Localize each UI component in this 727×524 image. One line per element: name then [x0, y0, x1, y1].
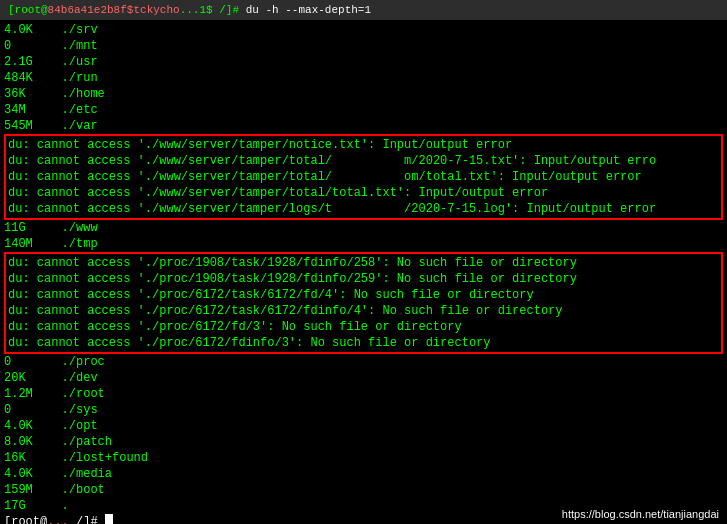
title-bar: [root@84b6a41e2b8f$tckycho...1$ /]# du -…	[0, 0, 727, 20]
error-line-1: du: cannot access './www/server/tamper/n…	[8, 137, 719, 153]
line-srv: 4.0K ./srv	[4, 22, 723, 38]
error-box-1: du: cannot access './www/server/tamper/n…	[4, 134, 723, 220]
line-media: 4.0K ./media	[4, 466, 723, 482]
line-run: 484K ./run	[4, 70, 723, 86]
watermark: https://blog.csdn.net/tianjiangdai	[562, 508, 719, 520]
line-opt: 4.0K ./opt	[4, 418, 723, 434]
line-dev: 20K ./dev	[4, 370, 723, 386]
error2-line-5: du: cannot access './proc/6172/fd/3': No…	[8, 319, 719, 335]
line-patch: 8.0K ./patch	[4, 434, 723, 450]
terminal-content: 4.0K ./srv 0 ./mnt 2.1G ./usr 484K ./run…	[0, 20, 727, 524]
line-usr: 2.1G ./usr	[4, 54, 723, 70]
error2-line-4: du: cannot access './proc/6172/task/6172…	[8, 303, 719, 319]
line-etc: 34M ./etc	[4, 102, 723, 118]
error-line-2: du: cannot access './www/server/tamper/t…	[8, 153, 719, 169]
error2-line-2: du: cannot access './proc/1908/task/1928…	[8, 271, 719, 287]
line-mnt: 0 ./mnt	[4, 38, 723, 54]
error-box-2: du: cannot access './proc/1908/task/1928…	[4, 252, 723, 354]
terminal: [root@84b6a41e2b8f$tckycho...1$ /]# du -…	[0, 0, 727, 524]
title-text: [root@84b6a41e2b8f$tckycho...1$ /]# du -…	[8, 4, 371, 16]
line-www: 11G ./www	[4, 220, 723, 236]
cursor	[105, 514, 113, 524]
error-line-4: du: cannot access './www/server/tamper/t…	[8, 185, 719, 201]
error-line-5: du: cannot access './www/server/tamper/l…	[8, 201, 719, 217]
line-home: 36K ./home	[4, 86, 723, 102]
line-lost: 16K ./lost+found	[4, 450, 723, 466]
line-var: 545M ./var	[4, 118, 723, 134]
error2-line-1: du: cannot access './proc/1908/task/1928…	[8, 255, 719, 271]
line-tmp: 140M ./tmp	[4, 236, 723, 252]
line-sys: 0 ./sys	[4, 402, 723, 418]
error-line-3: du: cannot access './www/server/tamper/t…	[8, 169, 719, 185]
error2-line-6: du: cannot access './proc/6172/fdinfo/3'…	[8, 335, 719, 351]
line-boot: 159M ./boot	[4, 482, 723, 498]
line-root: 1.2M ./root	[4, 386, 723, 402]
error2-line-3: du: cannot access './proc/6172/task/6172…	[8, 287, 719, 303]
line-proc: 0 ./proc	[4, 354, 723, 370]
